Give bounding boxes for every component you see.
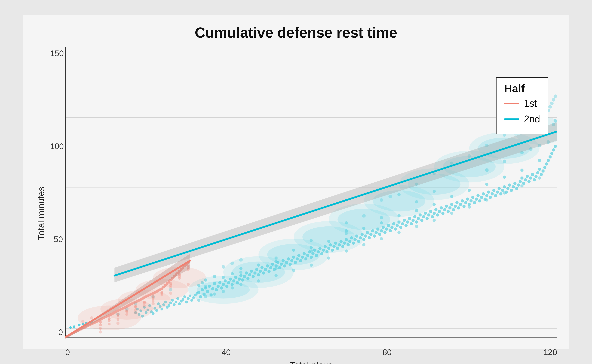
svg-point-182 [397, 220, 401, 224]
svg-point-226 [475, 198, 478, 201]
svg-point-186 [404, 224, 408, 227]
svg-point-105 [262, 272, 265, 275]
svg-point-136 [317, 250, 320, 254]
svg-point-116 [281, 259, 285, 262]
svg-point-192 [415, 220, 418, 224]
svg-point-362 [538, 176, 541, 180]
svg-point-41 [183, 295, 186, 298]
svg-point-184 [401, 222, 404, 225]
y-tick-100: 100 [50, 142, 65, 151]
svg-point-335 [468, 189, 471, 192]
svg-point-199 [427, 213, 431, 217]
svg-point-334 [450, 195, 453, 198]
svg-point-84 [225, 285, 228, 288]
y-tick-150: 150 [50, 49, 65, 58]
svg-point-143 [329, 243, 332, 247]
svg-point-268 [548, 155, 552, 158]
svg-point-253 [522, 182, 525, 185]
svg-point-23 [152, 312, 154, 315]
svg-point-127 [301, 256, 304, 259]
svg-point-250 [517, 183, 520, 187]
svg-point-333 [433, 203, 436, 206]
svg-point-338 [520, 169, 524, 172]
svg-point-210 [446, 210, 450, 213]
svg-point-35 [173, 303, 176, 306]
svg-point-344 [231, 286, 234, 290]
svg-point-346 [257, 279, 260, 283]
plot-and-yaxis: 0 50 100 150 [50, 47, 557, 346]
svg-point-125 [297, 254, 300, 257]
svg-point-221 [466, 198, 469, 201]
svg-point-73 [206, 290, 209, 293]
plot-area-wrap: 0 50 100 150 [50, 47, 557, 364]
svg-point-475 [134, 311, 137, 314]
svg-point-141 [326, 250, 329, 254]
svg-point-92 [239, 274, 243, 277]
svg-point-94 [243, 275, 246, 278]
svg-point-337 [503, 176, 506, 179]
svg-point-449 [99, 324, 102, 326]
svg-point-453 [134, 306, 137, 309]
x-tick-40: 40 [222, 347, 231, 357]
svg-point-227 [477, 194, 480, 197]
svg-point-320 [222, 276, 225, 279]
svg-point-240 [499, 192, 502, 195]
svg-point-207 [441, 212, 445, 215]
svg-point-234 [489, 196, 492, 199]
svg-point-297 [554, 94, 557, 98]
svg-point-193 [417, 217, 420, 220]
svg-point-348 [292, 269, 295, 272]
y-axis-label: Total minutes [35, 47, 47, 364]
chart-title: Cumulative defense rest time [195, 24, 397, 41]
svg-point-69 [199, 295, 202, 298]
svg-point-159 [357, 240, 360, 243]
legend-label-1st: 1st [524, 98, 537, 109]
svg-point-172 [380, 229, 383, 232]
svg-point-282 [362, 214, 366, 218]
svg-point-109 [269, 266, 272, 269]
svg-point-326 [310, 246, 313, 249]
svg-point-262 [538, 168, 541, 171]
svg-point-100 [253, 272, 257, 275]
chart-body: Total minutes 0 50 100 150 [35, 47, 557, 364]
svg-point-9 [78, 324, 80, 326]
svg-point-120 [289, 263, 292, 266]
svg-point-152 [345, 238, 348, 241]
svg-point-266 [545, 162, 548, 166]
svg-point-460 [99, 327, 102, 330]
svg-point-232 [485, 194, 488, 197]
svg-point-330 [380, 221, 383, 224]
svg-point-188 [408, 217, 411, 220]
svg-point-244 [506, 187, 510, 190]
svg-point-347 [274, 274, 278, 277]
svg-point-450 [108, 319, 111, 322]
svg-point-279 [554, 119, 557, 123]
svg-point-321 [231, 272, 234, 275]
svg-point-140 [324, 245, 327, 248]
svg-point-358 [468, 206, 471, 209]
svg-point-353 [380, 237, 383, 240]
svg-point-269 [550, 152, 553, 155]
svg-point-133 [311, 252, 314, 255]
svg-point-185 [403, 219, 406, 222]
svg-point-463 [125, 313, 128, 316]
svg-line-480 [114, 131, 557, 276]
svg-point-122 [292, 256, 295, 259]
legend-line-2nd [504, 118, 519, 120]
svg-point-90 [236, 281, 239, 284]
svg-point-331 [397, 214, 401, 217]
svg-point-351 [345, 249, 348, 253]
svg-point-87 [231, 283, 234, 286]
svg-point-328 [345, 229, 348, 232]
svg-point-176 [387, 224, 390, 227]
svg-point-213 [452, 208, 455, 211]
svg-point-468 [169, 286, 172, 288]
svg-point-162 [362, 238, 366, 241]
svg-point-89 [234, 276, 237, 279]
svg-point-142 [327, 247, 330, 250]
svg-point-306 [310, 239, 313, 242]
svg-point-99 [252, 275, 255, 278]
svg-point-263 [540, 173, 543, 176]
svg-point-329 [362, 227, 366, 230]
svg-point-74 [208, 285, 211, 288]
